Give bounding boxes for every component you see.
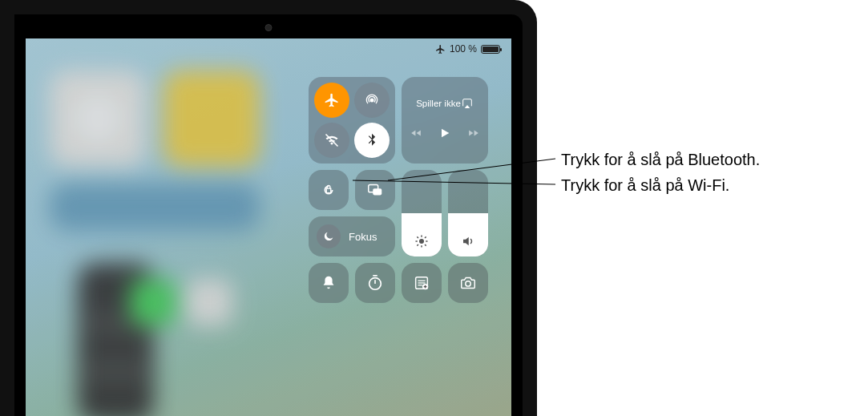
airdrop-icon bbox=[364, 92, 380, 108]
airdrop-button[interactable] bbox=[354, 83, 390, 118]
svg-point-23 bbox=[466, 281, 470, 286]
svg-line-12 bbox=[425, 236, 426, 238]
callout-wifi: Trykk for å slå på Wi-Fi. bbox=[561, 176, 729, 195]
rotation-lock-button[interactable] bbox=[309, 170, 349, 210]
airplay-icon[interactable] bbox=[461, 97, 474, 110]
play-button[interactable] bbox=[438, 126, 451, 143]
media-controls bbox=[410, 126, 480, 143]
brightness-icon bbox=[414, 234, 429, 248]
next-button[interactable] bbox=[467, 127, 480, 142]
svg-point-0 bbox=[370, 99, 374, 103]
svg-rect-3 bbox=[373, 188, 382, 195]
battery-percent: 100 % bbox=[450, 43, 477, 55]
bluetooth-icon bbox=[364, 132, 380, 148]
brightness-slider[interactable] bbox=[402, 170, 442, 256]
airplane-mode-button[interactable] bbox=[314, 83, 349, 118]
volume-slider[interactable] bbox=[448, 170, 488, 256]
airplane-status-icon bbox=[435, 44, 446, 55]
screen-mirroring-button[interactable] bbox=[355, 170, 395, 210]
wifi-button[interactable] bbox=[314, 123, 349, 158]
callouts: Trykk for å slå på Bluetooth. Trykk for … bbox=[537, 0, 868, 416]
svg-line-9 bbox=[417, 236, 418, 238]
focus-button[interactable]: Fokus bbox=[309, 216, 395, 256]
battery-icon bbox=[481, 45, 500, 54]
svg-line-10 bbox=[425, 244, 426, 246]
screen: 100 % bbox=[26, 38, 511, 416]
svg-line-11 bbox=[417, 244, 418, 246]
volume-icon bbox=[461, 234, 475, 248]
callout-bluetooth: Trykk for å slå på Bluetooth. bbox=[561, 151, 760, 169]
front-camera bbox=[265, 24, 273, 31]
control-center: Spiller ikke bbox=[309, 77, 489, 303]
timer-icon bbox=[366, 274, 384, 292]
focus-label: Fokus bbox=[349, 231, 377, 243]
status-bar: 100 % bbox=[435, 43, 500, 55]
silent-mode-button[interactable] bbox=[309, 263, 349, 303]
connectivity-group bbox=[309, 77, 395, 164]
ipad-frame: 100 % bbox=[0, 0, 537, 416]
wifi-off-icon bbox=[324, 132, 340, 148]
timer-button[interactable] bbox=[355, 263, 395, 303]
svg-point-13 bbox=[369, 278, 382, 290]
quick-note-button[interactable] bbox=[402, 263, 442, 303]
camera-button[interactable] bbox=[448, 263, 488, 303]
note-icon bbox=[413, 274, 430, 292]
bell-icon bbox=[320, 274, 337, 292]
camera-icon bbox=[459, 274, 477, 292]
bluetooth-button[interactable] bbox=[354, 123, 390, 158]
moon-icon bbox=[322, 230, 335, 243]
airplane-icon bbox=[324, 92, 340, 108]
svg-point-4 bbox=[419, 239, 424, 244]
ipad-bezel: 100 % bbox=[14, 14, 523, 416]
now-playing-tile[interactable]: Spiller ikke bbox=[402, 77, 488, 164]
rotation-lock-icon bbox=[320, 181, 337, 199]
previous-button[interactable] bbox=[410, 127, 422, 142]
now-playing-label: Spiller ikke bbox=[416, 99, 461, 108]
screen-mirroring-icon bbox=[366, 181, 384, 199]
moon-icon-wrap bbox=[317, 224, 341, 248]
